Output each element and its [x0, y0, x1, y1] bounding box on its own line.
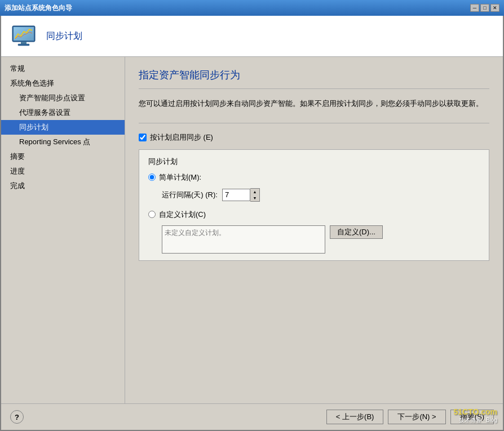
sidebar-item-sync-plan[interactable]: 同步计划: [1, 120, 125, 135]
title-bar-text: 添加站点系统角色向导: [5, 3, 72, 13]
help-button[interactable]: ?: [10, 410, 24, 424]
custom-schedule-radio[interactable]: [148, 211, 156, 218]
interval-label: 运行间隔(天) (R):: [162, 190, 218, 200]
svg-rect-4: [18, 44, 29, 46]
dialog-footer: ? < 上一步(B) 下一步(N) > 摘要(S): [1, 403, 503, 430]
minimize-button[interactable]: ─: [470, 4, 479, 12]
content-divider: [139, 123, 489, 123]
sidebar-item-summary[interactable]: 摘要: [1, 149, 125, 164]
sidebar-item-role-select[interactable]: 系统角色选择: [1, 76, 125, 91]
dialog-header: 同步计划: [1, 16, 503, 57]
schedule-group-title: 同步计划: [148, 157, 480, 167]
custom-schedule-area: 自定义(D)...: [162, 225, 480, 254]
sidebar: 常规 系统角色选择 资产智能同步点设置 代理服务器设置 同步计划 Reporti…: [1, 57, 125, 403]
simple-schedule-radio[interactable]: [148, 174, 156, 181]
interval-row: 运行间隔(天) (R): 7 ▲ ▼: [162, 188, 480, 202]
footer-left: ?: [10, 410, 24, 424]
simple-schedule-row: 简单计划(M):: [148, 172, 480, 183]
spinner-down-button[interactable]: ▼: [250, 195, 259, 201]
schedule-group: 同步计划 简单计划(M): 运行间隔(天) (R): 7 ▲ ▼: [139, 149, 489, 261]
title-divider: [139, 88, 489, 89]
dialog-content: 常规 系统角色选择 资产智能同步点设置 代理服务器设置 同步计划 Reporti…: [1, 57, 503, 403]
custom-schedule-textarea[interactable]: [162, 225, 325, 254]
sidebar-item-asset-sync[interactable]: 资产智能同步点设置: [1, 91, 125, 105]
dialog: 同步计划 常规 系统角色选择 资产智能同步点设置 代理服务器设置 同步计划 Re…: [0, 16, 504, 431]
svg-rect-2: [14, 27, 34, 41]
back-button[interactable]: < 上一步(B): [326, 410, 384, 424]
main-panel: 指定资产智能同步行为 您可以通过启用按计划同步来自动同步资产智能。如果不启用按计…: [125, 57, 503, 403]
page-title: 指定资产智能同步行为: [139, 68, 489, 82]
close-button[interactable]: ✕: [490, 4, 499, 12]
sidebar-item-general[interactable]: 常规: [1, 61, 125, 76]
sidebar-item-complete[interactable]: 完成: [1, 179, 125, 193]
enable-sync-label: 按计划启用同步 (E): [150, 132, 213, 143]
simple-schedule-label: 简单计划(M):: [159, 172, 201, 183]
spinner-up-button[interactable]: ▲: [250, 189, 259, 195]
interval-input[interactable]: 7: [222, 189, 250, 201]
sidebar-item-reporting[interactable]: Reporting Services 点: [1, 135, 125, 149]
enable-sync-row: 按计划启用同步 (E): [139, 132, 489, 143]
interval-spinner: 7 ▲ ▼: [222, 188, 260, 202]
custom-schedule-button[interactable]: 自定义(D)...: [330, 225, 383, 239]
summary-button[interactable]: 摘要(S): [450, 410, 494, 424]
custom-schedule-label: 自定义计划(C): [159, 210, 206, 220]
next-button[interactable]: 下一步(N) >: [388, 410, 445, 424]
title-bar: 添加站点系统角色向导 ─ □ ✕: [0, 0, 504, 16]
title-bar-controls: ─ □ ✕: [470, 4, 499, 12]
maximize-button[interactable]: □: [480, 4, 489, 12]
description-text: 您可以通过启用按计划同步来自动同步资产智能。如果不启用按计划同步，则您必须手动同…: [139, 98, 489, 109]
spinner-buttons: ▲ ▼: [250, 188, 260, 202]
header-title: 同步计划: [46, 30, 82, 42]
custom-schedule-row: 自定义计划(C): [148, 210, 480, 220]
svg-rect-3: [21, 42, 26, 44]
sidebar-item-progress[interactable]: 进度: [1, 164, 125, 179]
enable-sync-checkbox[interactable]: [139, 134, 147, 141]
sidebar-item-proxy[interactable]: 代理服务器设置: [1, 105, 125, 120]
header-icon: [10, 23, 37, 50]
